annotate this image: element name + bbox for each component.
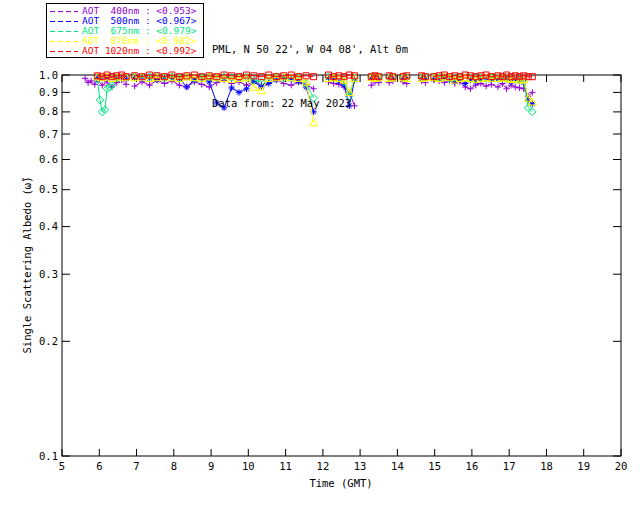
svg-text:7: 7 — [133, 460, 139, 472]
svg-text:16: 16 — [466, 460, 479, 472]
svg-text:0.5: 0.5 — [39, 183, 58, 195]
svg-text:5: 5 — [59, 460, 65, 472]
svg-text:0.6: 0.6 — [39, 153, 58, 165]
dashed-line-icon — [50, 11, 78, 12]
svg-text:0.1: 0.1 — [39, 450, 58, 462]
dashed-line-icon — [50, 31, 78, 32]
plot-window: 5678910111213141516171819201.00.90.80.70… — [0, 0, 640, 512]
svg-text:13: 13 — [354, 460, 367, 472]
svg-text:0.3: 0.3 — [39, 268, 58, 280]
dashed-line-icon — [50, 41, 78, 42]
x-axis-label: Time (GMT) — [241, 477, 441, 489]
svg-text:10: 10 — [242, 460, 255, 472]
svg-text:0.8: 0.8 — [39, 105, 58, 117]
svg-text:12: 12 — [317, 460, 330, 472]
svg-text:19: 19 — [577, 460, 590, 472]
svg-text:6: 6 — [96, 460, 102, 472]
svg-text:0.9: 0.9 — [39, 86, 58, 98]
svg-text:11: 11 — [279, 460, 292, 472]
legend-item-label: AOT 1020nm : <0.992> — [82, 46, 196, 56]
plot-subtitle: Data from: 22 May 2023 — [212, 94, 408, 112]
svg-text:1.0: 1.0 — [39, 69, 58, 81]
svg-text:15: 15 — [428, 460, 441, 472]
svg-text:18: 18 — [540, 460, 553, 472]
plot-title: PML, N 50 22', W 04 08', Alt 0m — [212, 40, 408, 58]
svg-text:14: 14 — [391, 460, 404, 472]
svg-text:8: 8 — [171, 460, 177, 472]
svg-text:0.4: 0.4 — [39, 220, 58, 232]
legend-item: AOT 1020nm : <0.992> — [50, 46, 203, 56]
svg-text:0.2: 0.2 — [39, 335, 58, 347]
svg-text:0.7: 0.7 — [39, 128, 58, 140]
y-axis-label: Single Scattering Albedo (ω̃) — [21, 176, 33, 353]
svg-text:20: 20 — [615, 460, 628, 472]
svg-text:9: 9 — [208, 460, 214, 472]
dashed-line-icon — [50, 21, 78, 22]
dashed-line-icon — [50, 51, 78, 52]
svg-text:17: 17 — [503, 460, 516, 472]
title-block: PML, N 50 22', W 04 08', Alt 0m Data fro… — [212, 4, 408, 148]
legend-box: AOT 400nm : <0.953> AOT 500nm : <0.967> … — [46, 3, 204, 58]
